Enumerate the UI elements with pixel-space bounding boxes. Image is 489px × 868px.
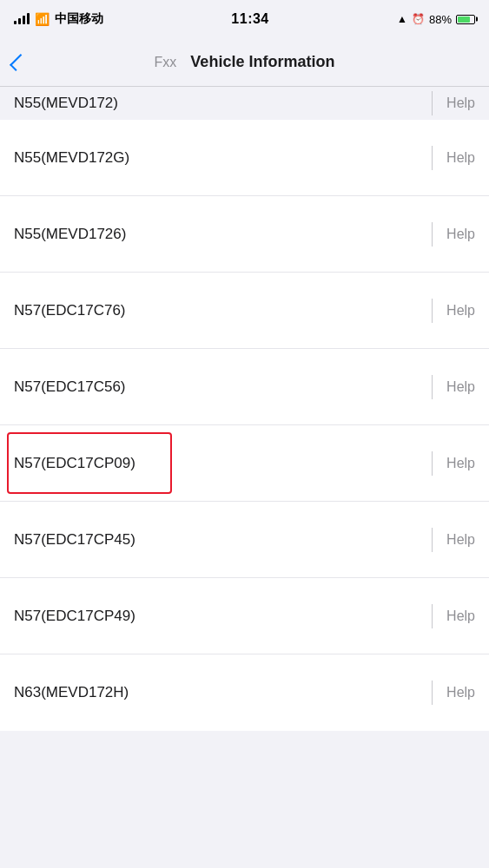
prev-item-label: N55(MEVD172) [14, 95, 418, 112]
status-bar: 📶 中国移动 11:34 ▲ ⏰ 88% [0, 0, 489, 38]
item-divider [432, 604, 433, 628]
item-help[interactable]: Help [446, 379, 475, 395]
prev-item[interactable]: N55(MEVD172) Help [0, 87, 489, 120]
prev-item-divider [432, 91, 433, 115]
nav-title: Vehicle Information [190, 53, 334, 71]
location-icon: ▲ [397, 13, 407, 25]
nav-titles: Fxx Vehicle Information [0, 53, 489, 71]
nav-bar: Fxx Vehicle Information [0, 38, 489, 87]
item-help[interactable]: Help [446, 227, 475, 242]
item-divider [432, 451, 433, 476]
list-container: N55(MEVD172G)HelpN55(MEVD1726)HelpN57(ED… [0, 120, 489, 731]
item-label: N57(EDC17CP45) [14, 531, 418, 549]
status-right: ▲ ⏰ 88% [397, 13, 475, 26]
chevron-left-icon [10, 54, 27, 71]
item-help[interactable]: Help [446, 532, 475, 548]
list-item[interactable]: N57(EDC17CP09)Help [0, 425, 489, 502]
item-label: N55(MEVD1726) [14, 226, 418, 243]
battery-percentage: 88% [429, 13, 452, 26]
item-divider [432, 222, 433, 247]
signal-icon [14, 14, 30, 24]
item-label: N55(MEVD172G) [14, 149, 418, 167]
prev-item-help[interactable]: Help [446, 95, 475, 111]
item-label: N57(EDC17C56) [14, 378, 418, 396]
list-item[interactable]: N55(MEVD172G)Help [0, 120, 489, 196]
list-item[interactable]: N57(EDC17C76)Help [0, 273, 489, 349]
item-help[interactable]: Help [446, 303, 475, 319]
status-left: 📶 中国移动 [14, 11, 103, 27]
list-item[interactable]: N57(EDC17CP45)Help [0, 502, 489, 578]
item-help[interactable]: Help [446, 150, 475, 166]
time-label: 11:34 [231, 11, 268, 27]
item-label: N63(MEVD172H) [14, 684, 418, 701]
battery-icon [456, 15, 475, 24]
item-label: N57(EDC17C76) [14, 302, 418, 319]
alarm-icon: ⏰ [412, 13, 425, 25]
item-help[interactable]: Help [446, 456, 475, 471]
list-item[interactable]: N57(EDC17CP49)Help [0, 578, 489, 654]
item-divider [432, 375, 433, 399]
item-divider [432, 146, 433, 170]
back-button[interactable] [14, 55, 26, 70]
item-divider [432, 528, 433, 552]
nav-subtitle: Fxx [155, 55, 177, 70]
carrier-label: 中国移动 [55, 11, 103, 27]
item-divider [432, 681, 433, 705]
list-item[interactable]: N55(MEVD1726)Help [0, 196, 489, 273]
item-divider [432, 299, 433, 323]
item-help[interactable]: Help [446, 685, 475, 700]
list-item[interactable]: N63(MEVD172H)Help [0, 654, 489, 731]
item-help[interactable]: Help [446, 608, 475, 624]
item-label: N57(EDC17CP09) [14, 455, 418, 472]
item-label: N57(EDC17CP49) [14, 608, 418, 625]
list-item[interactable]: N57(EDC17C56)Help [0, 349, 489, 425]
wifi-icon: 📶 [35, 12, 50, 26]
